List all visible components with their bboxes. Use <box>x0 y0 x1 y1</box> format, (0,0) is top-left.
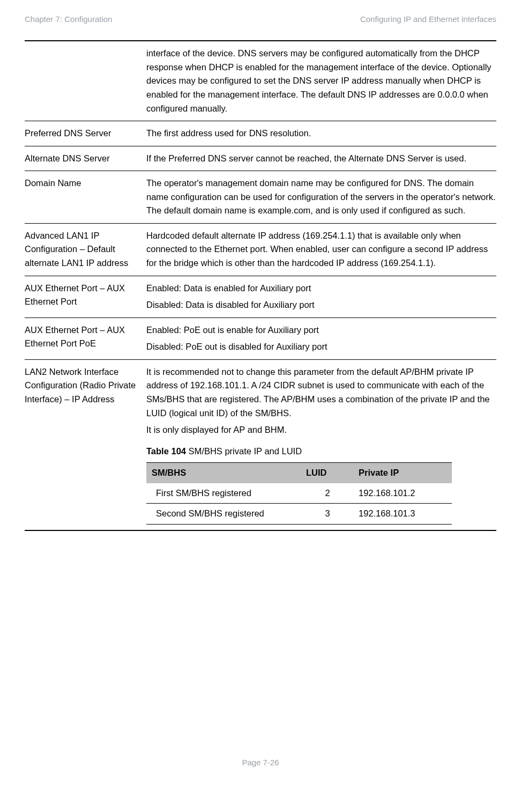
attr-cell: AUX Ethernet Port – AUX Ethernet Port Po… <box>25 318 146 359</box>
desc-cell: It is recommended not to change this par… <box>146 359 496 530</box>
desc-cell: Enabled: PoE out is enable for Auxiliary… <box>146 318 496 359</box>
luid-table-header: SM/BHS LUID Private IP <box>146 463 452 483</box>
luid-table: SM/BHS LUID Private IP First SM/BHS regi… <box>146 462 452 525</box>
attr-cell: Domain Name <box>25 171 146 224</box>
desc-line: Enabled: Data is enabled for Auxiliary p… <box>146 282 496 296</box>
desc-cell: The first address used for DNS resolutio… <box>146 121 496 146</box>
table-row: Alternate DNS Server If the Preferred DN… <box>25 146 496 171</box>
desc-cell: If the Preferred DNS server cannot be re… <box>146 146 496 171</box>
desc-line: Disabled: PoE out is disabled for Auxili… <box>146 340 496 354</box>
desc-line: Disabled: Data is disabled for Auxiliary… <box>146 298 496 312</box>
attr-cell: AUX Ethernet Port – AUX Ethernet Port <box>25 276 146 318</box>
desc-cell: Hardcoded default alternate IP address (… <box>146 223 496 276</box>
header-right: Configuring IP and Ethernet interfaces <box>360 13 496 25</box>
cell-ip: 192.168.101.2 <box>353 483 452 504</box>
desc-cell: The operator's management domain name ma… <box>146 171 496 224</box>
th-private-ip: Private IP <box>353 463 452 483</box>
caption-rest: SM/BHS private IP and LUID <box>186 446 302 456</box>
cell-smbhs: First SM/BHS registered <box>146 483 301 504</box>
table-row: AUX Ethernet Port – AUX Ethernet Port En… <box>25 276 496 318</box>
th-smbhs: SM/BHS <box>146 463 301 483</box>
inner-table-caption: Table 104 SM/BHS private IP and LUID <box>146 445 496 459</box>
desc-line: It is only displayed for AP and BHM. <box>146 423 496 437</box>
cell-luid: 3 <box>301 504 353 525</box>
desc-line: It is recommended not to change this par… <box>146 365 496 420</box>
page-footer: Page 7-26 <box>25 756 496 769</box>
attr-cell: Alternate DNS Server <box>25 146 146 171</box>
table-row: interface of the device. DNS servers may… <box>25 41 496 121</box>
table-row: Domain Name The operator's management do… <box>25 171 496 224</box>
page-header: Chapter 7: Configuration Configuring IP … <box>25 13 496 25</box>
table-row: Preferred DNS Server The first address u… <box>25 121 496 146</box>
cell-luid: 2 <box>301 483 353 504</box>
attr-cell: Preferred DNS Server <box>25 121 146 146</box>
attr-cell: LAN2 Network Interface Configuration (Ra… <box>25 359 146 530</box>
desc-line: Enabled: PoE out is enable for Auxiliary… <box>146 323 496 337</box>
th-luid: LUID <box>301 463 353 483</box>
luid-table-row: First SM/BHS registered 2 192.168.101.2 <box>146 483 452 504</box>
attr-cell: Advanced LAN1 IP Configuration – Default… <box>25 223 146 276</box>
desc-cell: interface of the device. DNS servers may… <box>146 41 496 121</box>
desc-cell: Enabled: Data is enabled for Auxiliary p… <box>146 276 496 318</box>
table-row: Advanced LAN1 IP Configuration – Default… <box>25 223 496 276</box>
cell-ip: 192.168.101.3 <box>353 504 452 525</box>
table-row: AUX Ethernet Port – AUX Ethernet Port Po… <box>25 318 496 359</box>
cell-smbhs: Second SM/BHS registered <box>146 504 301 525</box>
header-left: Chapter 7: Configuration <box>25 13 112 25</box>
attribute-table: interface of the device. DNS servers may… <box>25 40 496 531</box>
attr-cell <box>25 41 146 121</box>
caption-bold: Table 104 <box>146 446 186 456</box>
table-row: LAN2 Network Interface Configuration (Ra… <box>25 359 496 530</box>
luid-table-row: Second SM/BHS registered 3 192.168.101.3 <box>146 504 452 525</box>
